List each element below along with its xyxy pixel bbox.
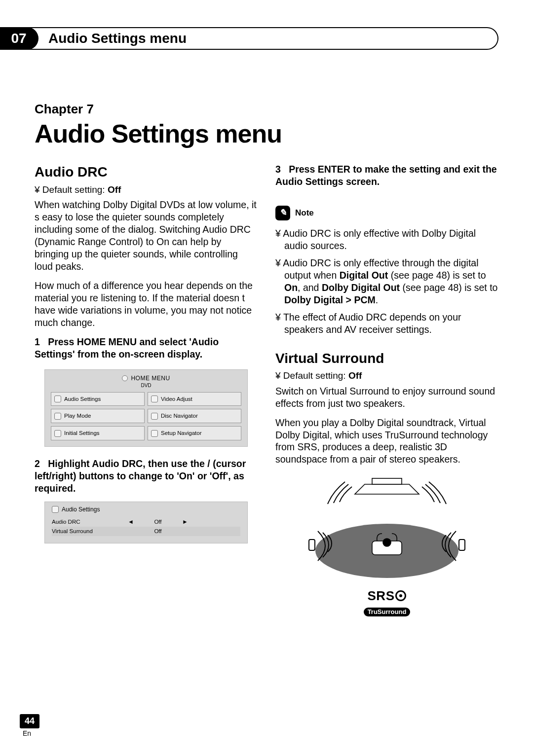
srs-logo: SRS TruSurround: [275, 588, 498, 616]
note-item: Audio DRC is only effective through the …: [275, 257, 498, 306]
step-3: 3 Press ENTER to make the setting and ex…: [275, 163, 498, 188]
left-column: Audio DRC Default setting: Off When watc…: [35, 163, 258, 617]
settings-row: Audio DRC ◄ Off ►: [52, 517, 240, 527]
section-header: 07 Audio Settings menu: [0, 27, 498, 50]
note-block-header: ✎ Note: [275, 206, 314, 220]
settings-row-value: Off: [136, 518, 180, 526]
note-item: Audio DRC is only effective with Dolby D…: [275, 227, 498, 252]
home-menu-subtitle: DVD: [51, 383, 241, 389]
virtual-surround-illustration: [298, 474, 476, 583]
note-label: Note: [295, 208, 314, 218]
disc-icon: [151, 413, 158, 420]
settings-icon: [52, 506, 59, 513]
initial-icon: [54, 430, 61, 437]
arrow-left-icon: ◄: [126, 518, 136, 526]
arrow-right-icon: ►: [180, 518, 190, 526]
home-menu-grid: Audio Settings Video Adjust Play Mode Di…: [51, 392, 241, 440]
virtual-surround-para1: Switch on Virtual Surround to enjoy surr…: [275, 385, 498, 410]
home-menu-screen: HOME MENU DVD Audio Settings Video Adjus…: [44, 369, 248, 447]
setup-icon: [151, 430, 158, 437]
section-header-title: Audio Settings menu: [48, 31, 187, 46]
virtual-surround-default: Default setting: Off: [275, 370, 498, 382]
video-icon: [151, 396, 158, 402]
step-2: 2 Highlight Audio DRC, then use the / (c…: [35, 458, 258, 495]
page-footer: 44 En: [20, 714, 39, 737]
home-menu-item: Setup Navigator: [148, 426, 241, 440]
settings-title: Audio Settings: [52, 506, 240, 513]
home-icon: [122, 375, 128, 381]
home-menu-item: Video Adjust: [148, 392, 241, 406]
default-prefix: Default setting:: [283, 370, 348, 381]
chapter-number-badge: 07: [0, 27, 38, 50]
home-menu-item: Play Mode: [51, 409, 145, 423]
default-value: Off: [348, 370, 362, 381]
note-item: The effect of Audio DRC depends on your …: [275, 311, 498, 336]
settings-row-value: Off: [136, 528, 180, 535]
note-icon: ✎: [275, 206, 290, 220]
svg-point-3: [383, 539, 391, 546]
srs-dot-icon: [395, 590, 406, 601]
chapter-title: Audio Settings menu: [35, 119, 498, 148]
svg-rect-5: [459, 540, 465, 550]
audio-drc-heading: Audio DRC: [35, 163, 258, 181]
step-1-heading: 1 Press HOME MENU and select 'Audio Sett…: [35, 336, 219, 360]
srs-sub-text: TruSurround: [364, 608, 411, 617]
audio-settings-screen: Audio Settings Audio DRC ◄ Off ► Virtual…: [44, 502, 248, 543]
settings-icon: [54, 396, 61, 402]
home-menu-item: Initial Settings: [51, 426, 145, 440]
home-menu-item: Disc Navigator: [148, 409, 241, 423]
step-3-heading: 3 Press ENTER to make the setting and ex…: [275, 164, 497, 187]
page-language: En: [23, 729, 39, 737]
settings-row: Virtual Surround Off: [52, 527, 240, 536]
default-prefix: Default setting:: [42, 184, 108, 195]
step-1: 1 Press HOME MENU and select 'Audio Sett…: [35, 336, 258, 360]
settings-row-label: Audio DRC: [52, 518, 126, 526]
audio-drc-para1: When watching Dolby Digital DVDs at low …: [35, 199, 258, 273]
note-list: Audio DRC is only effective with Dolby D…: [275, 227, 498, 336]
page-number: 44: [20, 714, 39, 728]
home-menu-item: Audio Settings: [51, 392, 145, 406]
srs-text: SRS: [368, 588, 395, 603]
playmode-icon: [54, 413, 61, 420]
step-2-heading: 2 Highlight Audio DRC, then use the / (c…: [35, 458, 246, 494]
right-column: 3 Press ENTER to make the setting and ex…: [275, 163, 498, 617]
chapter-label: Chapter 7: [35, 102, 498, 117]
svg-rect-0: [372, 478, 402, 484]
virtual-surround-heading: Virtual Surround: [275, 350, 498, 367]
virtual-surround-para2: When you play a Dolby Digital soundtrack…: [275, 417, 498, 466]
home-menu-title: HOME MENU: [51, 375, 241, 382]
svg-rect-4: [309, 540, 315, 550]
audio-drc-default: Default setting: Off: [35, 184, 258, 196]
default-value: Off: [108, 184, 121, 195]
settings-row-label: Virtual Surround: [52, 528, 126, 535]
audio-drc-para2: How much of a difference you hear depend…: [35, 280, 258, 329]
